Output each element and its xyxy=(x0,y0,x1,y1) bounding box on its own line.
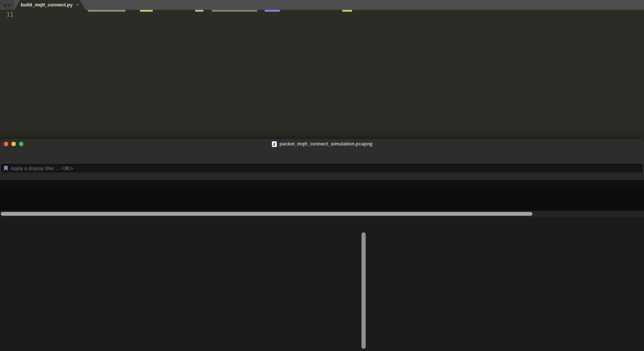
editor-tab-bar: ◀ ▶ build_mqtt_connect.py × xyxy=(0,0,644,10)
tab-close-icon[interactable]: × xyxy=(76,2,79,8)
editor-nav-box: ◀ ▶ xyxy=(0,0,14,10)
packet-list-empty-area xyxy=(0,187,644,211)
hex-dump-pane xyxy=(370,218,644,351)
close-window-button[interactable] xyxy=(4,142,8,146)
bookmark-icon[interactable] xyxy=(3,165,8,171)
wireshark-window: packet_mqtt_connect_simulation.pcapng Ap… xyxy=(0,139,644,351)
wireshark-doc-icon xyxy=(272,141,277,147)
tab-title: build_mqtt_connect.py xyxy=(21,2,73,8)
horizontal-scrollbar-thumb[interactable] xyxy=(1,212,532,216)
wireshark-titlebar[interactable]: packet_mqtt_connect_simulation.pcapng xyxy=(0,139,644,149)
display-filter-input[interactable]: Apply a display filter ... <⌘/> xyxy=(1,164,643,172)
packet-list-header xyxy=(0,173,644,180)
code-line[interactable]: 11 xyxy=(0,10,644,19)
packet-details-pane xyxy=(0,218,337,351)
horizontal-scrollbar xyxy=(0,211,644,217)
filter-placeholder: Apply a display filter ... <⌘/> xyxy=(11,165,73,171)
packet-row[interactable] xyxy=(0,180,644,187)
vertical-scrollbar-thumb[interactable] xyxy=(362,232,366,349)
nav-forward-icon[interactable]: ▶ xyxy=(8,3,11,8)
minimize-window-button[interactable] xyxy=(11,142,16,146)
line-number: 11 xyxy=(0,10,14,19)
filter-bar: Apply a display filter ... <⌘/> xyxy=(0,163,644,173)
wireshark-toolbar xyxy=(0,149,644,163)
code-editor: ◀ ▶ build_mqtt_connect.py × 11 xyxy=(0,0,644,144)
screen: { "colors": { "selection_blue": "#3a5f94… xyxy=(0,0,644,351)
nav-back-icon[interactable]: ◀ xyxy=(3,3,6,8)
zoom-window-button[interactable] xyxy=(19,142,23,146)
code-area[interactable]: 11 xyxy=(0,10,644,19)
editor-tab-active[interactable]: build_mqtt_connect.py × xyxy=(14,0,85,10)
traffic-lights xyxy=(4,142,23,146)
window-title: packet_mqtt_connect_simulation.pcapng xyxy=(279,141,372,147)
